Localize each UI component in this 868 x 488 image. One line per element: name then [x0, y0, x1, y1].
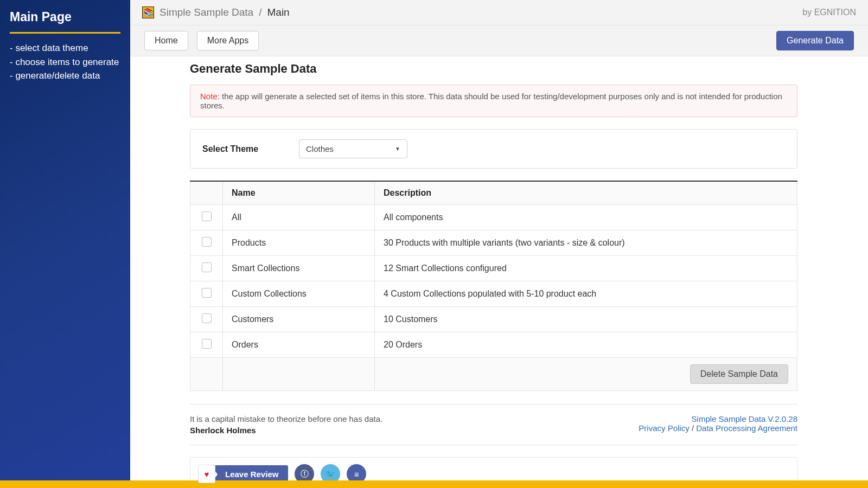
note-text: the app will generate a selected set of …: [200, 92, 782, 110]
delete-sample-data-button[interactable]: Delete Sample Data: [690, 364, 788, 384]
cell-desc: 10 Customers: [375, 307, 797, 332]
footer-row: It is a capital mistake to theorize befo…: [190, 404, 797, 445]
theme-label: Select Theme: [202, 144, 284, 154]
table-row: Customers 10 Customers: [190, 307, 797, 332]
sidebar-item-choose: choose items to generate: [10, 55, 120, 69]
items-table: Name Description All All components Prod…: [190, 181, 797, 391]
app-logo-icon: 📚: [142, 7, 154, 18]
main-panel: 📚 Simple Sample Data / Main by EGNITION …: [130, 0, 868, 488]
theme-select[interactable]: Clothes ▼: [299, 139, 407, 158]
cell-desc: 20 Orders: [375, 332, 797, 358]
generate-data-button[interactable]: Generate Data: [776, 31, 854, 50]
table-row: Smart Collections 12 Smart Collections c…: [190, 256, 797, 281]
home-button[interactable]: Home: [144, 31, 188, 50]
footer-separator: /: [692, 423, 696, 433]
checkbox-smart-collections[interactable]: [202, 262, 212, 272]
by-line: by EGNITION: [802, 8, 856, 17]
theme-select-value: Clothes: [306, 144, 334, 153]
data-processing-agreement-link[interactable]: Data Processing Agreement: [696, 423, 797, 433]
quote-author: Sherlock Holmes: [190, 426, 382, 435]
cell-desc: 30 Products with multiple variants (two …: [375, 230, 797, 256]
table-row: Custom Collections 4 Custom Collections …: [190, 281, 797, 307]
sidebar-title: Main Page: [10, 10, 120, 34]
cell-name: Orders: [223, 332, 375, 358]
checkbox-orders[interactable]: [202, 339, 212, 349]
checkbox-all[interactable]: [202, 211, 212, 221]
table-row: All All components: [190, 205, 797, 230]
sidebar: Main Page select data theme choose items…: [0, 0, 130, 488]
chevron-down-icon: ▼: [395, 146, 400, 152]
heart-icon: ♥: [198, 465, 215, 483]
note-box: Note: the app will generate a selected s…: [190, 85, 797, 117]
cell-desc: 4 Custom Collections populated with 5-10…: [375, 281, 797, 307]
table-header-description: Description: [375, 181, 797, 205]
more-apps-button[interactable]: More Apps: [197, 31, 259, 50]
checkbox-customers[interactable]: [202, 313, 212, 323]
sidebar-list: select data theme choose items to genera…: [10, 41, 120, 83]
checkbox-custom-collections[interactable]: [202, 288, 212, 298]
table-row: Orders 20 Orders: [190, 332, 797, 358]
toolbar: Home More Apps Generate Data: [130, 25, 868, 56]
cell-name: Products: [223, 230, 375, 256]
version-link[interactable]: Simple Sample Data V.2.0.28: [692, 414, 797, 423]
cell-desc: 12 Smart Collections configured: [375, 256, 797, 281]
breadcrumb-current: Main: [267, 7, 289, 18]
breadcrumb-separator: /: [259, 7, 261, 18]
table-row: Products 30 Products with multiple varia…: [190, 230, 797, 256]
quote-text: It is a capital mistake to theorize befo…: [190, 414, 382, 423]
table-header-name: Name: [223, 181, 375, 205]
cell-name: Custom Collections: [223, 281, 375, 307]
cell-name: All: [223, 205, 375, 230]
cell-name: Customers: [223, 307, 375, 332]
footer-strip: [0, 480, 868, 488]
sidebar-item-generate: generate/delete data: [10, 69, 120, 83]
cell-desc: All components: [375, 205, 797, 230]
breadcrumb-app[interactable]: Simple Sample Data: [159, 7, 253, 18]
theme-card: Select Theme Clothes ▼: [190, 129, 797, 169]
cell-name: Smart Collections: [223, 256, 375, 281]
sidebar-item-theme: select data theme: [10, 41, 120, 55]
checkbox-products[interactable]: [202, 237, 212, 247]
table-header-check: [190, 181, 223, 205]
privacy-policy-link[interactable]: Privacy Policy: [639, 423, 689, 433]
page-heading: Generate Sample Data: [190, 62, 797, 76]
topbar: 📚 Simple Sample Data / Main by EGNITION: [130, 0, 868, 25]
content: Generate Sample Data Note: the app will …: [130, 56, 868, 488]
note-label: Note:: [200, 92, 220, 101]
